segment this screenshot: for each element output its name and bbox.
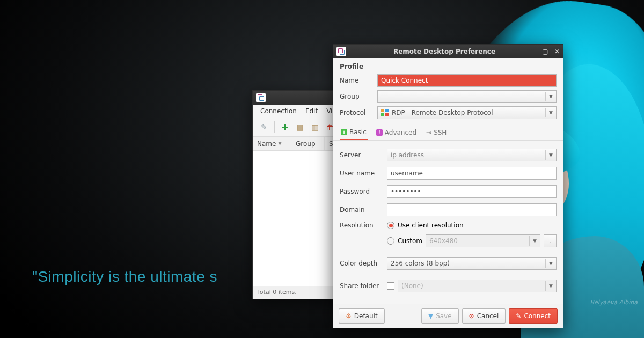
name-label: Name [340,77,373,84]
info-icon: ! [376,129,383,136]
resolution-client-label: Use client resolution [398,222,464,229]
key-icon: ⊸ [426,129,431,136]
tab-basic-content: Server ip address▼ User name Password Do… [333,141,563,304]
maximize-button[interactable]: ▢ [539,46,551,57]
cancel-button[interactable]: ⊘Cancel [462,308,506,324]
chevron-down-icon: ▼ [545,92,553,101]
name-input[interactable] [377,74,557,87]
resolution-label: Resolution [340,222,382,229]
tab-basic[interactable]: iBasic [340,126,368,140]
sharefolder-dropdown[interactable]: (None)▼ [398,280,557,292]
chevron-down-icon: ▼ [545,150,553,160]
protocol-dropdown[interactable]: RDP - Remote Desktop Protocol▼ [377,106,557,119]
app-icon [336,47,346,56]
save-button[interactable]: ▼Save [421,308,459,324]
protocol-label: Protocol [340,109,373,116]
sharefolder-label: Share folder [340,282,382,290]
chevron-down-icon: ▼ [529,236,537,246]
chevron-down-icon: ▼ [545,108,553,117]
sharefolder-checkbox[interactable] [387,282,394,290]
col-group[interactable]: Group [291,137,325,150]
col-name[interactable]: Name▼ [253,137,291,150]
password-input[interactable] [387,185,557,198]
colordepth-label: Color depth [340,260,382,267]
cancel-icon: ⊘ [469,312,474,320]
connect-button[interactable]: ✎Connect [509,308,558,324]
colordepth-dropdown[interactable]: 256 colors (8 bpp)▼ [387,257,557,270]
preference-dialog: Remote Desktop Preference ▢ ✕ Profile Na… [333,44,564,328]
copy-icon[interactable]: ▤ [293,120,307,134]
group-label: Group [340,93,373,100]
username-label: User name [340,170,382,177]
chevron-down-icon: ▼ [545,281,553,291]
wallpaper-quote: "Simplicity is the ultimate s [32,268,217,285]
domain-label: Domain [340,206,382,214]
sliders-icon: ⚙ [346,312,352,320]
username-input[interactable] [387,167,557,180]
resolution-browse-button[interactable]: ... [544,234,557,247]
dialog-buttonbar: ⚙Default ▼Save ⊘Cancel ✎Connect [333,304,563,328]
tab-advanced[interactable]: !Advanced [375,126,418,140]
default-button[interactable]: ⚙Default [339,308,385,324]
wallpaper-credit: Belyaeva Albina [590,299,638,306]
connect-icon[interactable]: ✎ [257,120,271,134]
tab-ssh[interactable]: ⊸SSH [425,126,448,140]
domain-input[interactable] [387,203,557,216]
rdp-icon [381,109,389,116]
info-icon: i [341,129,347,135]
save-icon: ▼ [428,312,433,320]
pref-titlebar[interactable]: Remote Desktop Preference ▢ ✕ [333,45,563,58]
resolution-custom-radio[interactable] [387,237,394,245]
server-label: Server [340,151,382,159]
add-icon[interactable]: + [278,120,292,134]
resolution-custom-dropdown[interactable]: 640x480▼ [426,234,540,247]
chevron-down-icon: ▼ [545,259,553,268]
resolution-client-radio[interactable] [387,222,394,229]
menu-edit[interactable]: Edit [301,106,322,116]
connect-icon: ✎ [516,312,521,320]
profile-section-label: Profile [333,58,563,72]
app-icon [256,93,266,102]
group-combo[interactable]: ▼ [377,90,557,103]
edit-icon[interactable]: ▥ [308,120,322,134]
pref-tabs: iBasic !Advanced ⊸SSH [333,123,563,141]
resolution-custom-label: Custom [398,237,422,245]
close-button[interactable]: ✕ [551,46,563,57]
password-label: Password [340,188,382,195]
pref-title: Remote Desktop Preference [349,48,539,55]
menu-connection[interactable]: Connection [256,106,301,116]
server-combo[interactable]: ip address▼ [387,149,557,161]
